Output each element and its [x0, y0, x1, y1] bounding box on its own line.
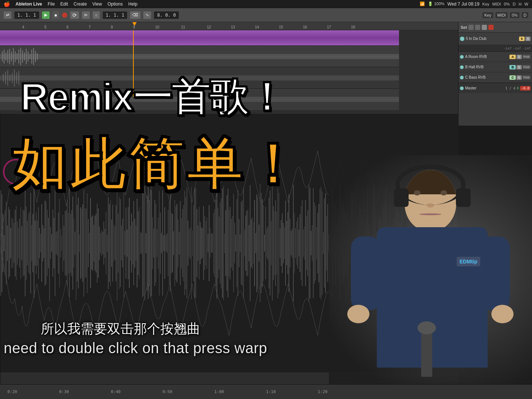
mixer-icon-2[interactable] — [475, 25, 480, 30]
master-value-right: -6.0 — [520, 86, 531, 91]
presenter-body: EDMtip — [377, 227, 488, 368]
track-post-btn-bass[interactable]: Post — [522, 75, 531, 79]
metronome-btn[interactable]: ○ — [93, 11, 100, 19]
comp-btn[interactable]: ∿ — [143, 11, 151, 19]
track-play-hall[interactable] — [460, 65, 464, 69]
track-s-btn-room[interactable]: S — [516, 55, 522, 59]
timeline-bottom-0-50: 0:50 — [163, 389, 214, 394]
waveform-svg-2 — [0, 67, 399, 89]
waveform-track-3[interactable] — [0, 89, 399, 110]
presenter-arm-left — [351, 236, 381, 310]
track-s-btn-5indaclub[interactable]: S — [525, 37, 531, 41]
midi-label[interactable]: MIDI — [492, 2, 501, 6]
track-5-btn[interactable]: 5 — [519, 37, 525, 41]
purple-clip-track[interactable] — [0, 30, 399, 46]
timeline-bottom-0-20: 0:20 — [7, 389, 59, 394]
track-c-btn[interactable]: C — [509, 75, 516, 80]
track-5indaclub: 5 In Da Club 5 S — [458, 33, 532, 45]
master-fraction: 1 / 4 — [505, 86, 515, 90]
mixer-icon-3[interactable] — [482, 25, 487, 30]
transport-right: Key MIDI 0% D — [482, 12, 528, 18]
mixer-icon-1[interactable] — [468, 25, 474, 30]
record-btn[interactable] — [62, 13, 67, 18]
w-label[interactable]: W — [525, 2, 528, 6]
menu-apple[interactable]: 🍎 — [4, 1, 10, 7]
level-2: -inf — [513, 47, 521, 50]
h-label[interactable]: H — [519, 2, 522, 6]
ruler-mark-14: 14 — [255, 25, 259, 29]
ruler-mark-10: 10 — [155, 25, 159, 29]
waveform-track-1[interactable] — [0, 46, 399, 67]
bottom-timeline-bar: 0:20 0:30 0:40 0:50 1:00 1:10 1:20 — [0, 384, 532, 399]
menu-app[interactable]: Ableton Live — [16, 1, 42, 7]
loop-start-value: 1. 1. 1 — [106, 13, 125, 18]
menu-help[interactable]: Help — [128, 1, 137, 7]
master-track: Master 1 / 4 0 -6.0 — [458, 83, 532, 93]
master-value-left: 0 — [517, 86, 519, 90]
percent-label: 0% — [504, 2, 510, 6]
ruler-mark-5: 5 — [44, 25, 47, 29]
warp-btn[interactable]: ⌫ — [130, 11, 140, 19]
time-display: 8. 0. 0 — [154, 11, 179, 19]
svg-rect-28 — [12, 73, 13, 83]
waveform-track-2[interactable] — [0, 67, 399, 89]
menu-options[interactable]: Options — [108, 1, 123, 7]
presenter-mouth — [419, 214, 441, 215]
master-name: Master — [465, 86, 505, 90]
midi-display[interactable]: MIDI — [495, 12, 508, 18]
mixer-panel: Set 5 In Da Club 5 S -inf -inf -inf A Ro… — [458, 22, 532, 126]
d-btn[interactable]: D — [522, 12, 528, 18]
track-b-btn[interactable]: B — [509, 65, 516, 69]
system-time: Wed 7 Jul 08:19 — [447, 1, 480, 7]
mixer-header: Set — [458, 22, 532, 33]
menu-file[interactable]: File — [48, 1, 55, 7]
track-s-btn-hall[interactable]: S — [516, 65, 522, 69]
track-name-bass: C Bass RVB — [465, 75, 509, 79]
loop-btn[interactable]: ⟳ — [70, 11, 79, 19]
track-name-5indaclub: 5 In Da Club — [466, 37, 519, 41]
key-label[interactable]: Key — [482, 2, 490, 6]
loop-start-display: 1. 1. 1 — [103, 11, 127, 19]
presenter-headphone-left — [394, 188, 409, 207]
track-hall-rvb: B Hall RVB B S Post — [458, 62, 532, 72]
track-a-btn[interactable]: A — [509, 55, 516, 59]
presenter-figure: EDMtip — [347, 163, 517, 377]
svg-rect-27 — [10, 75, 10, 81]
track-play-bass[interactable] — [460, 76, 464, 79]
d-label[interactable]: D — [513, 2, 516, 6]
master-play-btn[interactable] — [460, 86, 464, 90]
pink-circle-decoration — [3, 159, 29, 185]
timeline-bottom-1-00: 1:00 — [214, 389, 266, 394]
left-sidebar — [0, 114, 0, 391]
position-display: 1. 1. 1 — [14, 11, 39, 19]
arrange-view-btn[interactable]: ⇌ — [4, 11, 11, 19]
microphone-stand — [421, 332, 432, 377]
track-room-rvb: A Room RVB A S Post — [458, 52, 532, 62]
track-name-hall: B Hall RVB — [465, 65, 509, 69]
edmtip-badge: EDMtip — [460, 259, 477, 265]
track-play-room[interactable] — [460, 55, 464, 59]
presenter-area: EDMtip — [329, 155, 532, 384]
stop-btn[interactable]: ■ — [52, 11, 59, 19]
presenter-headphone-right — [456, 188, 471, 207]
punch-in-btn[interactable]: ⊳ — [82, 11, 90, 19]
track-post-btn-hall[interactable]: Post — [522, 65, 531, 69]
menu-view[interactable]: View — [92, 1, 102, 7]
play-btn[interactable]: ▶ — [42, 11, 50, 19]
track-play-5indaclub[interactable] — [460, 37, 464, 41]
menu-edit[interactable]: Edit — [60, 1, 68, 7]
playhead-marker — [132, 22, 137, 26]
key-display[interactable]: Key — [482, 12, 493, 18]
track-s-btn-bass[interactable]: S — [516, 75, 522, 80]
track-bass-rvb: C Bass RVB C S Post — [458, 72, 532, 83]
set-label: Set — [461, 25, 467, 30]
menu-create[interactable]: Create — [74, 1, 87, 7]
track-post-btn-room[interactable]: Post — [522, 55, 531, 59]
edmtip-logo-area: EDMtip — [457, 257, 480, 266]
ruler-mark-8: 8 — [111, 25, 113, 29]
mac-menu-right: 📶 🔋 100% Wed 7 Jul 08:19 Key MIDI 0% D H… — [420, 1, 528, 7]
position-value: 1. 1. 1 — [17, 13, 36, 18]
svg-rect-24 — [3, 74, 4, 82]
ruler-mark-18: 18 — [351, 25, 355, 29]
mixer-close-btn[interactable] — [488, 25, 494, 30]
